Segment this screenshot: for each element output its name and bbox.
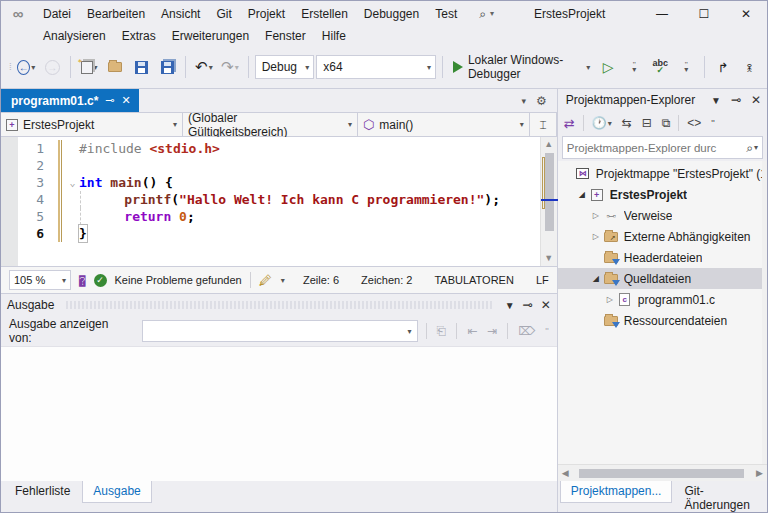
pending-changes-filter-icon[interactable]: 🕐▾ — [590, 115, 614, 131]
indent-mode-indicator[interactable]: TABULATOREN — [434, 274, 513, 286]
column-indicator[interactable]: Zeichen: 2 — [361, 274, 412, 286]
collapse-all-icon[interactable]: ⊟ — [640, 115, 654, 131]
next-message-icon[interactable]: ⇥ — [487, 324, 497, 338]
output-panel-header[interactable]: Ausgabe ▼ ⊸ ✕ — [1, 294, 557, 316]
code-editor[interactable]: 1#include <stdio.h>23⌄int main() {4 prin… — [1, 137, 557, 266]
se-vertical-scrollbar[interactable] — [762, 161, 767, 464]
toolbar-overflow-1-button[interactable]: ''▾ — [622, 55, 646, 79]
tab-list-dropdown-icon[interactable]: ▾ — [521, 96, 526, 106]
undo-button[interactable]: ↶▾ — [192, 55, 216, 79]
tool-tab-projektmappen[interactable]: Projektmappen... — [560, 481, 673, 503]
new-project-button[interactable]: ▾ — [77, 55, 101, 79]
sync-with-active-document-icon[interactable]: ⇆ — [620, 115, 634, 131]
save-button[interactable] — [129, 55, 153, 79]
solution-explorer-search[interactable]: Projektmappen-Explorer durc ⌕ ▾ — [562, 136, 763, 159]
solution-explorer-header[interactable]: Projektmappen-Explorer ▼ ⊸ ✕ — [558, 89, 767, 111]
code-line-1[interactable]: 1#include <stdio.h> — [18, 140, 540, 157]
document-health-icon[interactable]: 🯄 — [79, 273, 86, 288]
menu-debuggen[interactable]: Debuggen — [356, 4, 427, 24]
tree-item-headerdateien[interactable]: Headerdateien — [558, 247, 767, 268]
menu-erweiterungen[interactable]: Erweiterungen — [164, 26, 257, 46]
menu-extras[interactable]: Extras — [114, 26, 164, 46]
tree-expander-icon[interactable]: ◢ — [590, 274, 602, 283]
code-line-6[interactable]: 6} — [18, 225, 540, 242]
line-indicator[interactable]: Zeile: 6 — [303, 274, 339, 286]
code-text[interactable]: #include <stdio.h> — [79, 140, 220, 157]
zoom-level-combo[interactable]: 105 %▾ — [9, 270, 71, 290]
start-debugging-button[interactable]: Lokaler Windows-Debugger ▾ — [449, 54, 594, 80]
maximize-button[interactable]: ☐ — [683, 1, 725, 26]
toolbar-overflow-2-button[interactable]: ''▾ — [674, 55, 698, 79]
menu-projekt[interactable]: Projekt — [240, 4, 293, 24]
navigate-forward-button[interactable]: → — [40, 55, 64, 79]
switch-views-icon[interactable]: ⇄ — [562, 115, 577, 132]
editor-vertical-scrollbar[interactable]: ▲ ▼ — [540, 137, 557, 266]
tree-item-programm01-c[interactable]: ▷cprogramm01.c — [558, 289, 767, 310]
hscroll-right-icon[interactable]: ▶ — [752, 468, 767, 478]
code-line-4[interactable]: 4 printf("Hallo Welt! Ich kann C program… — [18, 191, 540, 208]
tree-expander-icon[interactable]: ▷ — [590, 211, 602, 220]
find-message-icon[interactable]: ⎗ — [437, 324, 447, 338]
show-all-files-icon[interactable]: ⧉ — [660, 115, 673, 131]
navigate-back-button[interactable]: ←▾ — [14, 55, 38, 79]
scrollbar-thumb[interactable] — [545, 153, 554, 231]
tool-tab-fehlerliste[interactable]: Fehlerliste — [5, 481, 80, 502]
hscroll-thumb[interactable] — [579, 469, 744, 478]
pin-tab-icon[interactable]: ⊸ — [105, 94, 114, 107]
code-cleanup-caret-icon[interactable]: ▾ — [281, 276, 285, 285]
panel-menu-caret-icon[interactable]: ▼ — [505, 300, 515, 311]
code-line-2[interactable]: 2 — [18, 157, 540, 174]
solution-configuration-combo[interactable]: Debug▾ — [255, 55, 315, 79]
breakpoint-margin[interactable] — [1, 137, 18, 266]
panel-close-icon[interactable]: ✕ — [541, 298, 551, 312]
tree-item-quelldateien[interactable]: ◢Quelldateien — [558, 268, 767, 289]
tree-item-externe-abh-ngigkeiten[interactable]: ▷↗Externe Abhängigkeiten — [558, 226, 767, 247]
se-close-icon[interactable]: ✕ — [751, 93, 761, 107]
panel-pin-icon[interactable]: ⊸ — [523, 298, 533, 312]
tree-expander-icon[interactable]: ▷ — [590, 232, 602, 241]
tree-item-projektmappe-erstesprojekt-1[interactable]: ⋈Projektmappe "ErstesProjekt" (1 — [558, 163, 767, 184]
save-all-button[interactable] — [155, 55, 179, 79]
project-dropdown[interactable]: + ErstesProjekt ▾ — [1, 113, 183, 136]
code-line-3[interactable]: 3⌄int main() { — [18, 174, 540, 191]
tree-item-ressourcendateien[interactable]: Ressourcendateien — [558, 310, 767, 331]
view-code-icon[interactable]: <> — [685, 115, 703, 131]
split-window-handle[interactable]: ⌶ — [530, 113, 556, 136]
output-content[interactable] — [1, 346, 557, 481]
menu-analysieren[interactable]: Analysieren — [35, 26, 114, 46]
live-share-button[interactable]: 🯅 — [737, 55, 761, 79]
menu-datei[interactable]: Datei — [35, 4, 79, 24]
code-cleanup-broom-icon[interactable]: 🖉 — [259, 273, 272, 288]
se-menu-caret-icon[interactable]: ▼ — [711, 95, 721, 106]
close-tab-icon[interactable]: ✕ — [122, 94, 131, 107]
problems-status-text[interactable]: Keine Probleme gefunden — [115, 274, 242, 286]
editor-options-gear-icon[interactable]: ⚙ — [536, 94, 547, 108]
spell-check-button[interactable]: abc✓ — [648, 55, 672, 79]
member-dropdown[interactable]: ⬡ main() ▾ — [358, 113, 530, 136]
menu-test[interactable]: Test — [427, 4, 465, 24]
hscroll-left-icon[interactable]: ◀ — [558, 468, 573, 478]
tree-item-verweise[interactable]: ▷▫–▫Verweise — [558, 205, 767, 226]
open-file-button[interactable] — [103, 55, 127, 79]
scroll-up-icon[interactable]: ▲ — [544, 137, 553, 152]
se-search-icon[interactable]: ⌕ — [746, 141, 753, 155]
tool-tab-ausgabe[interactable]: Ausgabe — [82, 481, 151, 503]
start-without-debugging-button[interactable]: ▷ — [596, 55, 620, 79]
menu-fenster[interactable]: Fenster — [257, 26, 314, 46]
scroll-down-icon[interactable]: ▼ — [544, 251, 553, 266]
se-toolbar-overflow-icon[interactable]: '' — [709, 117, 716, 129]
menu-ansicht[interactable]: Ansicht — [153, 4, 208, 24]
redo-button[interactable]: ↷▾ — [218, 55, 242, 79]
search-dropdown-caret-icon[interactable]: ▾ — [490, 9, 494, 18]
scope-dropdown[interactable]: (Globaler Gültigkeitsbereich) ▾ — [183, 113, 358, 136]
fold-collapse-icon[interactable]: ⌄ — [66, 174, 79, 191]
se-search-caret-icon[interactable]: ▾ — [754, 143, 758, 152]
menu-hilfe[interactable]: Hilfe — [314, 26, 354, 46]
tree-expander-icon[interactable]: ◢ — [576, 190, 588, 199]
clear-all-icon[interactable]: ⌦ — [518, 324, 535, 338]
code-text[interactable]: printf("Hallo Welt! Ich kann C programmi… — [93, 191, 500, 208]
tool-tab-git-nderungen[interactable]: Git-Änderungen — [674, 481, 767, 513]
tree-item-erstesprojekt[interactable]: ◢+ErstesProjekt — [558, 184, 767, 205]
code-line-5[interactable]: 5 return 0; — [18, 208, 540, 225]
code-text[interactable]: int main() { — [79, 174, 173, 191]
